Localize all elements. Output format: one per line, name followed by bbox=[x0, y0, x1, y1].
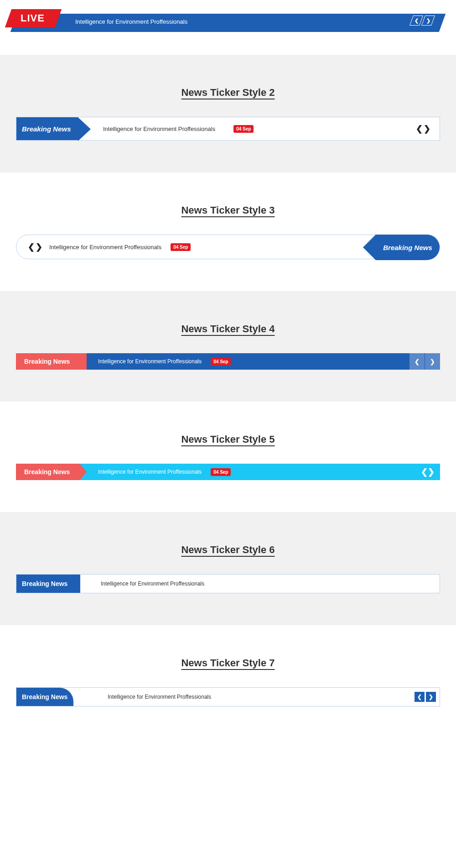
next-button[interactable]: ❯ bbox=[425, 353, 440, 370]
label-arrow bbox=[363, 235, 376, 260]
prev-button[interactable]: ❮ bbox=[409, 16, 423, 26]
section-title: News Ticker Style 5 bbox=[0, 434, 456, 445]
ticker-nav: ❮ ❯ bbox=[416, 124, 440, 134]
ticker-headline: Intelligence for Environment Proffession… bbox=[80, 580, 440, 587]
section-style-3: News Ticker Style 3 ❮ ❯ Intelligence for… bbox=[0, 173, 456, 291]
ticker-headline: Intelligence for Environment Proffession… bbox=[49, 244, 161, 251]
ticker-nav: ❮ ❯ bbox=[411, 16, 433, 26]
section-style-6: News Ticker Style 6 Breaking News Intell… bbox=[0, 512, 456, 625]
section-title: News Ticker Style 2 bbox=[0, 87, 456, 99]
ticker-style-3: ❮ ❯ Intelligence for Environment Proffes… bbox=[16, 235, 440, 259]
ticker-nav: ❮ ❯ bbox=[415, 692, 440, 702]
ticker-nav: ❮ ❯ bbox=[16, 242, 42, 252]
section-style-5: News Ticker Style 5 Breaking News Intell… bbox=[0, 402, 456, 512]
ticker-nav: ❮ ❯ bbox=[421, 467, 440, 477]
date-badge: 04 Sep bbox=[211, 358, 231, 366]
ticker-style-6: Breaking News Intelligence for Environme… bbox=[16, 574, 440, 593]
section-title: News Ticker Style 7 bbox=[0, 657, 456, 669]
ticker-headline: Intelligence for Environment Proffession… bbox=[75, 18, 187, 25]
section-style-4: News Ticker Style 4 Breaking News Intell… bbox=[0, 291, 456, 402]
date-badge: 04 Sep bbox=[171, 243, 191, 251]
live-badge: LIVE bbox=[21, 12, 45, 24]
date-badge: 04 Sep bbox=[233, 125, 254, 133]
chevron-left-icon: ❮ bbox=[415, 18, 419, 24]
section-style-7: News Ticker Style 7 Breaking News Intell… bbox=[0, 625, 456, 738]
next-button[interactable]: ❯ bbox=[426, 692, 436, 702]
prev-button[interactable]: ❮ bbox=[409, 353, 425, 370]
next-button[interactable]: ❯ bbox=[36, 242, 42, 252]
section-title: News Ticker Style 4 bbox=[0, 323, 456, 335]
prev-button[interactable]: ❮ bbox=[415, 692, 425, 702]
breaking-label: Breaking News bbox=[16, 464, 80, 480]
breaking-label: Breaking News bbox=[16, 688, 73, 706]
ticker-style-7: Breaking News Intelligence for Environme… bbox=[16, 687, 440, 706]
ticker-style-1: LIVE Intelligence for Environment Proffe… bbox=[0, 0, 456, 55]
date-badge: 04 Sep bbox=[211, 468, 231, 476]
prev-button[interactable]: ❮ bbox=[421, 467, 428, 477]
ticker-style-4: Breaking News Intelligence for Environme… bbox=[16, 353, 440, 370]
section-title: News Ticker Style 3 bbox=[0, 204, 456, 216]
breaking-label: Breaking News bbox=[16, 117, 78, 140]
ticker-content: Intelligence for Environment Proffession… bbox=[80, 468, 421, 476]
breaking-label: Breaking News bbox=[16, 575, 80, 593]
breaking-label: Breaking News bbox=[376, 235, 440, 260]
ticker-headline: Intelligence for Environment Proffession… bbox=[98, 358, 202, 365]
section-style-2: News Ticker Style 2 Breaking News Intell… bbox=[0, 55, 456, 173]
section-title: News Ticker Style 6 bbox=[0, 544, 456, 556]
ticker-content: Intelligence for Environment Proffession… bbox=[78, 125, 416, 133]
breaking-label: Breaking News bbox=[16, 353, 87, 370]
chevron-right-icon: ❯ bbox=[426, 18, 430, 24]
ticker-headline: Intelligence for Environment Proffession… bbox=[98, 469, 202, 475]
prev-button[interactable]: ❮ bbox=[416, 124, 423, 134]
next-button[interactable]: ❯ bbox=[424, 124, 430, 134]
next-button[interactable]: ❯ bbox=[421, 16, 435, 26]
prev-button[interactable]: ❮ bbox=[28, 242, 35, 252]
ticker-headline: Intelligence for Environment Proffession… bbox=[103, 125, 215, 132]
label-arrow bbox=[78, 117, 91, 141]
ticker-nav: ❮ ❯ bbox=[409, 353, 440, 370]
ticker-style-2: Breaking News Intelligence for Environme… bbox=[16, 117, 440, 141]
next-button[interactable]: ❯ bbox=[428, 467, 435, 477]
ticker-style-5: Breaking News Intelligence for Environme… bbox=[16, 464, 440, 480]
ticker-content: Intelligence for Environment Proffession… bbox=[87, 358, 409, 366]
label-arrow bbox=[80, 464, 87, 480]
ticker-headline: Intelligence for Environment Proffession… bbox=[73, 694, 415, 700]
